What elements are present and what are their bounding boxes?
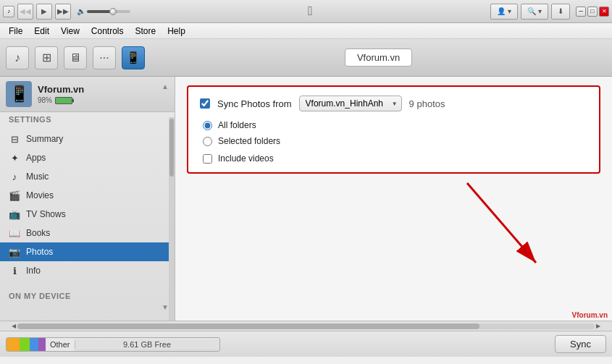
sync-photos-label: Sync Photos from bbox=[217, 98, 292, 109]
account-btn[interactable]: 👤 ▾ bbox=[490, 4, 518, 20]
device-tag: Vforum.vn bbox=[345, 48, 412, 67]
toolbar-device-btn[interactable]: 📱 bbox=[122, 46, 145, 69]
sidebar-scroll-down[interactable]: ▼ bbox=[0, 303, 175, 311]
scroll-track[interactable] bbox=[17, 323, 595, 329]
device-info: Vforum.vn 98% bbox=[38, 84, 156, 104]
free-space-label: 9.61 GB Free bbox=[75, 340, 219, 349]
watermark: Vforum.vn bbox=[572, 311, 608, 319]
menu-controls[interactable]: Controls bbox=[85, 25, 130, 38]
summary-label: Summary bbox=[26, 134, 63, 144]
sidebar-item-books[interactable]: 📖 Books bbox=[0, 224, 175, 242]
selected-folders-radio[interactable] bbox=[203, 137, 212, 146]
sidebar-scrollbar[interactable] bbox=[169, 117, 175, 321]
all-folders-option[interactable]: All folders bbox=[203, 120, 587, 130]
sidebar-nav: ⊟ Summary ✦ Apps ♪ Music 🎬 Movies 📺 bbox=[0, 127, 175, 283]
music-note-icon: ♪ bbox=[14, 51, 20, 64]
statusbar: Other 9.61 GB Free Sync bbox=[0, 331, 612, 357]
search-btn[interactable]: 🔍 ▾ bbox=[521, 4, 548, 20]
sidebar-item-tvshows[interactable]: 📺 TV Shows bbox=[0, 205, 175, 224]
settings-section-label: Settings bbox=[0, 112, 175, 127]
selected-folders-label: Selected folders bbox=[218, 136, 280, 146]
photos-icon: 📷 bbox=[9, 246, 20, 258]
apps-label: Apps bbox=[26, 153, 46, 163]
sidebar-item-music[interactable]: ♪ Music bbox=[0, 167, 175, 186]
sync-photos-box: Sync Photos from Vforum.vn_HinhAnh 9 pho… bbox=[187, 85, 600, 174]
sidebar-scroll-thumb bbox=[169, 119, 174, 177]
selected-folders-option[interactable]: Selected folders bbox=[203, 136, 587, 146]
volume-slider[interactable] bbox=[87, 10, 130, 13]
menu-view[interactable]: View bbox=[55, 25, 85, 38]
download-btn[interactable]: ⬇ bbox=[551, 4, 570, 20]
toolbar-more-btn[interactable]: ··· bbox=[93, 46, 116, 69]
volume-knob bbox=[109, 8, 117, 15]
menu-file[interactable]: File bbox=[3, 25, 28, 38]
account-chevron: ▾ bbox=[508, 7, 511, 15]
prev-track-btn[interactable]: ◀◀ bbox=[17, 4, 33, 20]
sidebar-device-header: 📱 Vforum.vn 98% ▲ bbox=[0, 77, 175, 112]
on-my-device-label: On My Device bbox=[0, 289, 175, 303]
folder-options: All folders Selected folders Include vid… bbox=[203, 120, 587, 164]
window-controls: ─ □ ✕ bbox=[576, 7, 609, 17]
minimize-btn[interactable]: ─ bbox=[576, 7, 586, 17]
sync-checkbox[interactable] bbox=[200, 98, 210, 109]
play-btn[interactable]: ▶ bbox=[36, 4, 52, 20]
menubar: File Edit View Controls Store Help bbox=[0, 23, 612, 39]
app-icon-btn[interactable]: ♪ bbox=[3, 6, 14, 17]
next-track-btn[interactable]: ▶▶ bbox=[55, 4, 71, 20]
iphone-icon: 📱 bbox=[126, 51, 141, 64]
music-icon: ♪ bbox=[7, 8, 10, 14]
device-name: Vforum.vn bbox=[38, 84, 156, 95]
device-name-label: Vforum.vn bbox=[357, 52, 400, 63]
display-icon: 🖥 bbox=[70, 51, 81, 64]
grid-icon: ⊞ bbox=[42, 51, 51, 64]
info-icon: ℹ bbox=[9, 265, 20, 276]
horizontal-scrollbar[interactable]: ◀ ▶ bbox=[0, 321, 612, 331]
toolbar-music-btn[interactable]: ♪ bbox=[6, 46, 29, 69]
close-btn[interactable]: ✕ bbox=[599, 7, 609, 17]
movies-label: Movies bbox=[26, 190, 54, 200]
scroll-right-btn[interactable]: ▶ bbox=[595, 323, 602, 329]
include-videos-checkbox[interactable] bbox=[203, 154, 212, 164]
toolbar-grid-btn[interactable]: ⊞ bbox=[35, 46, 58, 69]
music-sidebar-icon: ♪ bbox=[9, 171, 20, 182]
sync-dropdown-wrap: Vforum.vn_HinhAnh bbox=[299, 96, 402, 111]
scroll-left-btn[interactable]: ◀ bbox=[10, 323, 17, 329]
tvshows-label: TV Shows bbox=[26, 209, 66, 219]
maximize-btn[interactable]: □ bbox=[587, 7, 598, 17]
include-videos-label: Include videos bbox=[218, 153, 274, 164]
titlebar-right: 👤 ▾ 🔍 ▾ ⬇ ─ □ ✕ bbox=[490, 4, 609, 20]
titlebar-center:  bbox=[130, 4, 490, 19]
main-layout: 📱 Vforum.vn 98% ▲ Settings ⊟ Summary bbox=[0, 77, 612, 321]
device-thumbnail: 📱 bbox=[6, 81, 32, 107]
photos-label: Photos bbox=[26, 247, 53, 257]
sync-source-dropdown[interactable]: Vforum.vn_HinhAnh bbox=[299, 96, 402, 111]
sidebar-item-apps[interactable]: ✦ Apps bbox=[0, 148, 175, 167]
all-folders-radio[interactable] bbox=[203, 121, 212, 130]
account-icon: 👤 bbox=[497, 7, 506, 15]
photo-count: 9 photos bbox=[409, 98, 445, 109]
battery-percentage: 98% bbox=[38, 96, 52, 104]
storage-bar: Other 9.61 GB Free bbox=[6, 337, 220, 352]
storage-seg-blue bbox=[30, 338, 38, 351]
apps-icon: ✦ bbox=[9, 152, 20, 164]
sidebar-scroll-up[interactable]: ▲ bbox=[162, 82, 169, 90]
menu-help[interactable]: Help bbox=[162, 25, 191, 38]
titlebar-left: ♪ ◀◀ ▶ ▶▶ 🔈 bbox=[3, 4, 130, 20]
sidebar-item-summary[interactable]: ⊟ Summary bbox=[0, 130, 175, 148]
movies-icon: 🎬 bbox=[9, 190, 20, 201]
sync-arrow bbox=[424, 169, 569, 284]
sidebar-item-movies[interactable]: 🎬 Movies bbox=[0, 186, 175, 205]
toolbar-display-btn[interactable]: 🖥 bbox=[64, 46, 87, 69]
content-area: Sync Photos from Vforum.vn_HinhAnh 9 pho… bbox=[175, 77, 612, 321]
volume-control: 🔈 bbox=[77, 7, 130, 15]
sidebar-item-photos[interactable]: 📷 Photos bbox=[0, 242, 175, 261]
sync-button[interactable]: Sync bbox=[555, 335, 606, 353]
titlebar: ♪ ◀◀ ▶ ▶▶ 🔈  👤 ▾ 🔍 ▾ bbox=[0, 0, 612, 23]
menu-edit[interactable]: Edit bbox=[28, 25, 55, 38]
sidebar-item-info[interactable]: ℹ Info bbox=[0, 261, 175, 280]
info-label: Info bbox=[26, 266, 41, 276]
download-icon: ⬇ bbox=[558, 7, 563, 15]
menu-store[interactable]: Store bbox=[130, 25, 162, 38]
storage-seg-green bbox=[20, 338, 30, 351]
include-videos-option[interactable]: Include videos bbox=[203, 153, 587, 164]
